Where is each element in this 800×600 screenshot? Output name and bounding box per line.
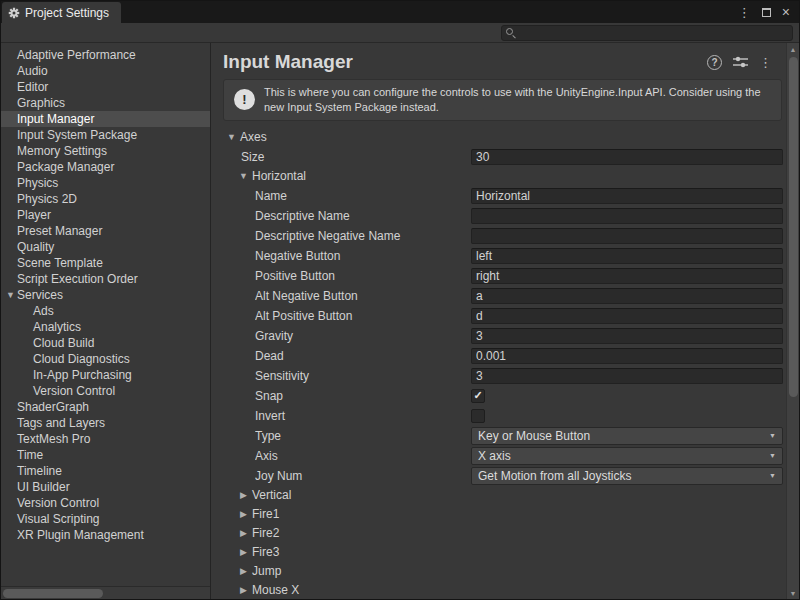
size-field[interactable]	[471, 149, 783, 165]
page-title: Input Manager	[223, 51, 353, 73]
scroll-up-icon[interactable]: ▲	[787, 43, 800, 55]
sidebar-item-physics[interactable]: Physics	[1, 175, 210, 191]
close-icon[interactable]: ×	[782, 5, 790, 19]
presets-icon[interactable]	[733, 56, 748, 68]
property-row-alt-positive-button: Alt Positive Button	[211, 306, 783, 326]
help-icon[interactable]: ?	[707, 55, 722, 70]
sidebar-item-xr-plugin-management[interactable]: XR Plugin Management	[1, 527, 210, 543]
sidebar-item-quality[interactable]: Quality	[1, 239, 210, 255]
sidebar-item-label: Quality	[1, 240, 54, 254]
sidebar-item-label: Graphics	[1, 96, 65, 110]
foldout-mouse-x[interactable]: ▶Mouse X	[211, 581, 783, 599]
property-label: Gravity	[255, 329, 471, 343]
sidebar-item-adaptive-performance[interactable]: Adaptive Performance	[1, 47, 210, 63]
property-row-positive-button: Positive Button	[211, 266, 783, 286]
foldout-fire1[interactable]: ▶Fire1	[211, 505, 783, 524]
sidebar-item-analytics[interactable]: Analytics	[1, 319, 210, 335]
sidebar-item-label: Version Control	[1, 384, 115, 398]
sidebar-item-in-app-purchasing[interactable]: In-App Purchasing	[1, 367, 210, 383]
sensitivity-field[interactable]	[471, 368, 783, 384]
axes-settings: ▼Axes Size ▼Horizontal Name Descriptive …	[211, 128, 786, 599]
sidebar-item-label: UI Builder	[1, 480, 70, 494]
property-row-size: Size	[211, 147, 783, 167]
check-icon: ✓	[473, 390, 482, 401]
property-row-type: TypeKey or Mouse Button▼	[211, 426, 783, 446]
foldout-open-icon[interactable]: ▼	[4, 291, 17, 300]
sidebar-item-cloud-diagnostics[interactable]: Cloud Diagnostics	[1, 351, 210, 367]
joy-num-dropdown[interactable]: Get Motion from all Joysticks▼	[471, 467, 783, 485]
sidebar-item-script-execution-order[interactable]: Script Execution Order	[1, 271, 210, 287]
type-dropdown[interactable]: Key or Mouse Button▼	[471, 427, 783, 445]
scrollbar-thumb[interactable]	[3, 589, 103, 598]
main-vertical-scrollbar[interactable]: ▲ ▼	[786, 43, 799, 599]
property-label: Descriptive Name	[255, 209, 471, 223]
foldout-jump[interactable]: ▶Jump	[211, 562, 783, 581]
foldout-axes[interactable]: ▼Axes	[211, 128, 783, 147]
sidebar-item-shadergraph[interactable]: ShaderGraph	[1, 399, 210, 415]
sidebar-horizontal-scrollbar[interactable]	[1, 586, 210, 599]
sidebar-item-label: Physics 2D	[1, 192, 77, 206]
property-label: Name	[255, 189, 471, 203]
foldout-horizontal[interactable]: ▼Horizontal	[211, 167, 783, 186]
search-box[interactable]	[501, 25, 793, 41]
sidebar-item-graphics[interactable]: Graphics	[1, 95, 210, 111]
snap-checkbox[interactable]: ✓	[471, 389, 485, 403]
sidebar-item-version-control-service[interactable]: Version Control	[1, 383, 210, 399]
foldout-fire2[interactable]: ▶Fire2	[211, 524, 783, 543]
sidebar-item-label: XR Plugin Management	[1, 528, 144, 542]
sidebar-item-input-manager[interactable]: Input Manager	[1, 111, 210, 127]
sidebar-item-physics-2d[interactable]: Physics 2D	[1, 191, 210, 207]
foldout-closed-icon: ▶	[237, 586, 250, 595]
scrollbar-thumb[interactable]	[789, 57, 798, 397]
scroll-down-icon[interactable]: ▼	[787, 587, 800, 599]
maximize-icon[interactable]	[762, 8, 771, 17]
sidebar-item-label: ShaderGraph	[1, 400, 89, 414]
toolbar	[1, 23, 799, 43]
sidebar-item-time[interactable]: Time	[1, 447, 210, 463]
sidebar-item-tags-and-layers[interactable]: Tags and Layers	[1, 415, 210, 431]
sidebar-item-label: Editor	[1, 80, 48, 94]
sidebar-item-version-control[interactable]: Version Control	[1, 495, 210, 511]
sidebar-item-input-system-package[interactable]: Input System Package	[1, 127, 210, 143]
window-menu-icon[interactable]: ⋮	[738, 6, 751, 19]
gravity-field[interactable]	[471, 328, 783, 344]
more-menu-icon[interactable]: ⋮	[759, 55, 772, 70]
dropdown-value: X axis	[478, 449, 511, 463]
alt-negative-button-field[interactable]	[471, 288, 783, 304]
dead-field[interactable]	[471, 348, 783, 364]
foldout-label: Fire2	[252, 526, 279, 540]
sidebar-item-editor[interactable]: Editor	[1, 79, 210, 95]
sidebar-item-ui-builder[interactable]: UI Builder	[1, 479, 210, 495]
sidebar-item-visual-scripting[interactable]: Visual Scripting	[1, 511, 210, 527]
name-field[interactable]	[471, 188, 783, 204]
property-row-axis: AxisX axis▼	[211, 446, 783, 466]
sidebar-item-audio[interactable]: Audio	[1, 63, 210, 79]
positive-button-field[interactable]	[471, 268, 783, 284]
axis-dropdown[interactable]: X axis▼	[471, 447, 783, 465]
sidebar-item-textmesh-pro[interactable]: TextMesh Pro	[1, 431, 210, 447]
foldout-vertical[interactable]: ▶Vertical	[211, 486, 783, 505]
sidebar-item-cloud-build[interactable]: Cloud Build	[1, 335, 210, 351]
property-label: Alt Positive Button	[255, 309, 471, 323]
sidebar-item-ads[interactable]: Ads	[1, 303, 210, 319]
search-input[interactable]	[520, 26, 788, 40]
foldout-fire3[interactable]: ▶Fire3	[211, 543, 783, 562]
sidebar-item-timeline[interactable]: Timeline	[1, 463, 210, 479]
negative-button-field[interactable]	[471, 248, 783, 264]
tab-project-settings[interactable]: Project Settings	[2, 2, 121, 23]
sidebar-item-package-manager[interactable]: Package Manager	[1, 159, 210, 175]
sidebar-item-player[interactable]: Player	[1, 207, 210, 223]
sidebar-item-preset-manager[interactable]: Preset Manager	[1, 223, 210, 239]
sidebar-item-services[interactable]: ▼Services	[1, 287, 210, 303]
sidebar-item-label: Ads	[1, 304, 54, 318]
alt-positive-button-field[interactable]	[471, 308, 783, 324]
invert-checkbox[interactable]	[471, 409, 485, 423]
sidebar-item-memory-settings[interactable]: Memory Settings	[1, 143, 210, 159]
sidebar-item-scene-template[interactable]: Scene Template	[1, 255, 210, 271]
sidebar-item-label: Services	[17, 288, 63, 302]
foldout-label: Axes	[240, 130, 267, 144]
descriptive-negative-name-field[interactable]	[471, 228, 783, 244]
descriptive-name-field[interactable]	[471, 208, 783, 224]
property-label: Alt Negative Button	[255, 289, 471, 303]
property-label: Descriptive Negative Name	[255, 229, 471, 243]
